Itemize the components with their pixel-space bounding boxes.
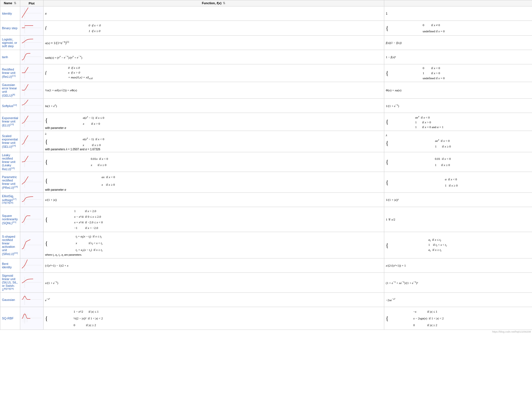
cell-name: Gaussian [0, 292, 20, 307]
cell-deriv: Φ(x) + xφ(x) [384, 82, 532, 99]
cell-func: e−x² [43, 292, 384, 307]
cell-name: tanh [0, 50, 20, 64]
cell-name: Parametric rectified linear unit (PReLU)… [0, 172, 20, 193]
table-row: Logistic, sigmoid, or soft stepσ(x) = 1/… [0, 36, 532, 50]
cell-func: {tl + al(x − tl) if x ≤ tlx if tl < x < … [43, 232, 384, 258]
cell-func: x/(1 + |x|) [43, 193, 384, 207]
cell-name: Logistic, sigmoid, or soft step [0, 36, 20, 50]
cell-func: {0.01x if x < 0x if x ≥ 0 [43, 152, 384, 172]
cell-deriv: 1/(1 + |x|)² [384, 193, 532, 207]
cell-name: Identity [0, 6, 20, 21]
table-row: Bent identity(√(x²+1) − 1)/2 + xx/(2√(x²… [0, 258, 532, 273]
cell-deriv: (1 + e−x + xe−x)/(1 + e−x)² [384, 273, 532, 293]
table-row: Binary step{0 if x < 01 if x ≥ 0{0 if x … [0, 21, 532, 36]
cell-name: SQ-RBF [0, 307, 20, 330]
table-row: Gaussiane−x²−2xe−x²(0, 1]C∞NoNoNo [0, 292, 532, 307]
cell-name: Rectified linear unit (ReLU)[11] [0, 64, 20, 82]
cell-plot [20, 21, 43, 36]
cell-deriv: 1 [384, 6, 532, 21]
table-row: SQ-RBF{1 − x²/2 if |x| ≤ 1½(2 − |x|)² if… [0, 307, 532, 330]
table-row: Softplus[12]ln(1 + ex)1/(1 + e−x)(0, ∞)C… [0, 98, 532, 113]
cell-func: ½x(1 + erf(x/√2)) = xΦ(x) [43, 82, 384, 99]
cell-plot [20, 64, 43, 82]
table-row: Exponential linear unit (ELU)[13]{α(ex −… [0, 113, 532, 131]
cell-name: Softplus[12] [0, 98, 20, 113]
cell-name: ElliotSig, softsign[17][18][19][20] [0, 193, 20, 207]
table-row: Identityx1(−∞, ∞)C∞YesYesYes [0, 6, 532, 21]
table-row: Square nonlinearity (SQNL)[21]{1 if x > … [0, 207, 532, 232]
cell-name: Leaky rectified linear unit (Leaky ReLU)… [0, 152, 20, 172]
cell-deriv: {α if x < 01 if x ≥ 0 [384, 172, 532, 193]
cell-plot [20, 207, 43, 232]
cell-plot [20, 6, 43, 21]
activation-functions-table: Name ⇅ Plot Function, f(x) ⇅ Derivative … [0, 0, 532, 330]
cell-func: {0 if x ≤ 0x if x > 0= max{0,x} = x1x≥0 [43, 64, 384, 82]
cell-plot [20, 232, 43, 258]
cell-plot [20, 172, 43, 193]
cell-func: σ(x) = 1/(1+e−x)[1] [43, 36, 384, 50]
cell-func: {0 if x < 01 if x ≥ 0 [43, 21, 384, 36]
col-header-plot[interactable]: Plot [20, 0, 43, 6]
cell-deriv: {0 if x < 01 if x > 0undefined if x = 0 [384, 64, 532, 82]
cell-deriv: f(x)(1 − f(x)) [384, 36, 532, 50]
table-row: Scaled exponential linear unit (SELU)[14… [0, 131, 532, 152]
cell-name: Sigmoid linear unit (SiLU), SiL, or Swis… [0, 273, 20, 293]
cell-deriv: 1 ∓ x/2 [384, 207, 532, 232]
cell-func: {1 if x > 2.0x − x²/4 if 0 ≤ x ≤ 2.0x + … [43, 207, 384, 232]
cell-plot [20, 273, 43, 293]
cell-deriv: {0.01 if x < 01 if x ≥ 0 [384, 152, 532, 172]
col-name-label: Name [4, 1, 12, 5]
table-row: Rectified linear unit (ReLU)[11]{0 if x … [0, 64, 532, 82]
table-header: Name ⇅ Plot Function, f(x) ⇅ Derivative … [0, 0, 532, 6]
cell-func: {α(ex − 1) if x ≤ 0x if x > 0with parame… [43, 113, 384, 131]
sort-icon-name[interactable]: ⇅ [14, 1, 16, 5]
cell-func: {αx if x < 0x if x ≥ 0with parameter α [43, 172, 384, 193]
table-row: Leaky rectified linear unit (Leaky ReLU)… [0, 152, 532, 172]
cell-plot [20, 82, 43, 99]
cell-deriv: {−x if |x| ≤ 1x − 2sgn(x) if 1 < |x| < 2… [384, 307, 532, 330]
cell-name: Square nonlinearity (SQNL)[21] [0, 207, 20, 232]
cell-name: S-shaped rectified linear activation uni… [0, 232, 20, 258]
cell-plot [20, 36, 43, 50]
cell-name: Exponential linear unit (ELU)[13] [0, 113, 20, 131]
cell-plot [20, 258, 43, 273]
table-row: S-shaped rectified linear activation uni… [0, 232, 532, 258]
col-func-label: Function, f(x) [202, 1, 222, 5]
cell-plot [20, 98, 43, 113]
cell-func: x/(1 + e−x) [43, 273, 384, 293]
cell-deriv: {αex if x < 01 if x > 01 if x = 0 and α … [384, 113, 532, 131]
cell-plot [20, 50, 43, 64]
cell-plot [20, 113, 43, 131]
table-row: Gaussian error linear unit (GELU)[8]½x(1… [0, 82, 532, 99]
table-row: ElliotSig, softsign[17][18][19][20]x/(1 … [0, 193, 532, 207]
table-row: Parametric rectified linear unit (PReLU)… [0, 172, 532, 193]
cell-func: λ{α(ex − 1) if x < 0x if x ≥ 0with param… [43, 131, 384, 152]
cell-plot [20, 131, 43, 152]
col-header-name[interactable]: Name ⇅ [0, 0, 20, 6]
cell-name: Gaussian error linear unit (GELU)[8] [0, 82, 20, 99]
cell-plot [20, 307, 43, 330]
col-header-func[interactable]: Function, f(x) ⇅ [43, 0, 384, 6]
table-row: Sigmoid linear unit (SiLU), SiL, or Swis… [0, 273, 532, 293]
cell-func: tanh(x) = (ex − e−x)/(ex + e−x) [43, 50, 384, 64]
cell-deriv: 1/(1 + e−x) [384, 98, 532, 113]
cell-deriv: {al if x ≤ tl1 if tl < x < trar if x ≥ t… [384, 232, 532, 258]
cell-deriv: −2xe−x² [384, 292, 532, 307]
table-body: Identityx1(−∞, ∞)C∞YesYesYesBinary step{… [0, 6, 532, 330]
cell-plot [20, 152, 43, 172]
cell-func: ln(1 + ex) [43, 98, 384, 113]
cell-func: {1 − x²/2 if |x| ≤ 1½(2 − |x|)² if 1 < |… [43, 307, 384, 330]
cell-deriv: {0 if x ≠ 0undefined if x = 0 [384, 21, 532, 36]
cell-deriv: x/(2√(x²+1)) + 1 [384, 258, 532, 273]
sort-icon-func[interactable]: ⇅ [223, 1, 225, 5]
col-header-deriv[interactable]: Derivative of f, f′(x) ⇅ [384, 0, 532, 6]
cell-func: (√(x²+1) − 1)/2 + x [43, 258, 384, 273]
cell-deriv: 1 − f(x)² [384, 50, 532, 64]
cell-name: Scaled exponential linear unit (SELU)[14… [0, 131, 20, 152]
footer-url: https://blog.csdn.net/hq013256208 [0, 330, 532, 334]
cell-name: Binary step [0, 21, 20, 36]
cell-plot [20, 292, 43, 307]
cell-func: x [43, 6, 384, 21]
table-row: tanhtanh(x) = (ex − e−x)/(ex + e−x)1 − f… [0, 50, 532, 64]
cell-plot [20, 193, 43, 207]
